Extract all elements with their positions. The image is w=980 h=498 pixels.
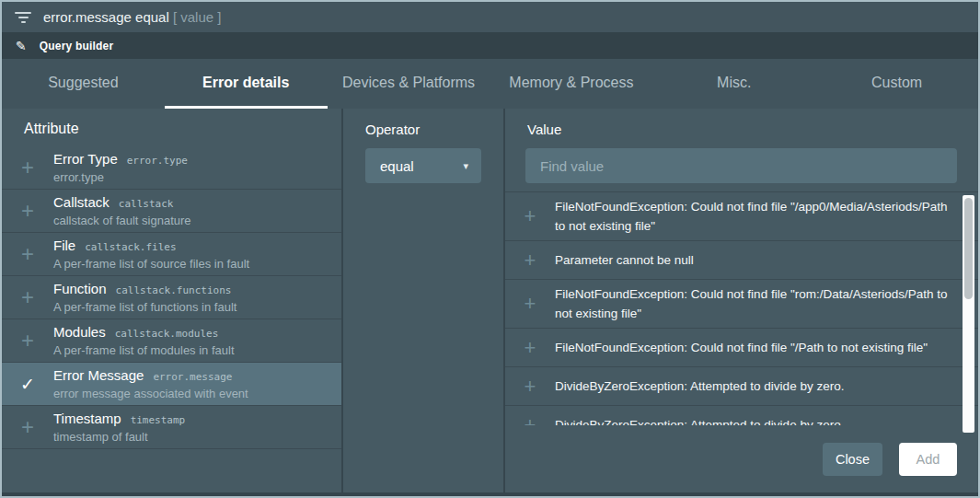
value-text: Parameter cannot be null bbox=[555, 250, 694, 270]
operator-dropdown[interactable]: equal ▾ bbox=[365, 148, 481, 183]
attribute-row[interactable]: +Modulescallstack.modulesA per-frame lis… bbox=[2, 319, 341, 363]
value-row[interactable]: +FileNotFoundException: Could not find f… bbox=[505, 192, 978, 241]
attribute-name: Error Message bbox=[53, 365, 144, 385]
edit-pencil-icon: ✎ bbox=[16, 40, 27, 52]
plus-icon[interactable]: + bbox=[2, 200, 53, 222]
tab-devices-platforms[interactable]: Devices & Platforms bbox=[328, 59, 490, 109]
query-builder-label: Query builder bbox=[40, 40, 114, 52]
attribute-name: Function bbox=[53, 279, 107, 298]
plus-icon[interactable]: + bbox=[505, 206, 555, 226]
attribute-row[interactable]: +Filecallstack.filesA per-frame list of … bbox=[2, 233, 341, 276]
attribute-code: error.type bbox=[127, 155, 188, 167]
query-value-placeholder: [ value ] bbox=[173, 9, 222, 25]
value-text: FileNotFoundException: Could not find fi… bbox=[555, 284, 957, 323]
title-bar: error.message equal [ value ] bbox=[2, 2, 978, 32]
operator-panel: Operator equal ▾ bbox=[343, 109, 505, 492]
attribute-description: error.type bbox=[53, 168, 332, 186]
attribute-name: File bbox=[53, 236, 75, 255]
dialog-footer: Close Add bbox=[505, 425, 978, 492]
scrollbar-thumb[interactable] bbox=[964, 198, 973, 299]
attribute-row-title: Filecallstack.files bbox=[53, 236, 332, 255]
query-summary: error.message equal [ value ] bbox=[43, 9, 221, 25]
attribute-name: Error Type bbox=[53, 149, 118, 168]
attribute-row[interactable]: +Functioncallstack.functionsA per-frame … bbox=[2, 276, 341, 319]
add-button[interactable]: Add bbox=[899, 443, 957, 476]
attribute-name: Callstack bbox=[53, 192, 110, 212]
value-text: FileNotFoundException: Could not find fi… bbox=[555, 338, 928, 357]
attribute-name: Timestamp bbox=[53, 409, 121, 428]
plus-icon[interactable]: + bbox=[2, 243, 53, 265]
plus-icon[interactable]: + bbox=[2, 286, 53, 308]
chevron-down-icon: ▾ bbox=[463, 161, 468, 171]
attribute-row[interactable]: ✓Error Messageerror.messageerror message… bbox=[2, 363, 341, 406]
attribute-panel: Attribute +Error Typeerror.typeerror.typ… bbox=[2, 109, 343, 492]
plus-icon[interactable]: + bbox=[505, 294, 555, 314]
value-panel: Value +FileNotFoundException: Could not … bbox=[505, 109, 978, 492]
attribute-row-title: Callstackcallstack bbox=[53, 192, 332, 212]
attribute-description: A per-frame list of modules in fault bbox=[53, 342, 332, 359]
attribute-row-content: Error Typeerror.typeerror.type bbox=[53, 149, 341, 186]
value-row[interactable]: +Parameter cannot be null bbox=[505, 241, 978, 280]
attribute-row-content: Functioncallstack.functionsA per-frame l… bbox=[53, 279, 341, 316]
value-header: Value bbox=[505, 109, 978, 137]
attribute-description: A per-frame list of functions in fault bbox=[53, 298, 332, 316]
attribute-row[interactable]: +Callstackcallstackcallstack of fault si… bbox=[2, 190, 341, 233]
value-list: +FileNotFoundException: Could not find f… bbox=[505, 191, 978, 425]
query-summary-text: error.message equal bbox=[43, 9, 169, 25]
attribute-description: error message associated with event bbox=[53, 385, 332, 402]
plus-icon[interactable]: + bbox=[505, 415, 555, 426]
plus-icon[interactable]: + bbox=[2, 330, 53, 352]
value-list-scrollbar[interactable] bbox=[963, 195, 974, 433]
attribute-row[interactable]: +Timestamptimestamptimestamp of fault bbox=[2, 406, 341, 449]
operator-selected-value: equal bbox=[380, 158, 414, 174]
plus-icon[interactable]: + bbox=[505, 376, 555, 397]
attribute-row-content: Error Messageerror.messageerror message … bbox=[53, 365, 341, 402]
attribute-row-content: Modulescallstack.modulesA per-frame list… bbox=[53, 322, 341, 359]
value-row[interactable]: +FileNotFoundException: Could not find f… bbox=[505, 329, 978, 367]
attribute-code: callstack bbox=[119, 198, 174, 210]
attribute-description: timestamp of fault bbox=[53, 428, 332, 446]
attribute-row-content: Callstackcallstackcallstack of fault sig… bbox=[53, 192, 341, 229]
query-builder-dialog: error.message equal [ value ] ✎ Query bu… bbox=[0, 0, 980, 498]
value-text: FileNotFoundException: Could not find fi… bbox=[555, 197, 957, 236]
operator-header: Operator bbox=[343, 109, 503, 137]
tab-error-details[interactable]: Error details bbox=[165, 59, 328, 109]
attribute-row-content: Timestamptimestamptimestamp of fault bbox=[53, 409, 341, 446]
attribute-header: Attribute bbox=[2, 109, 341, 146]
value-text: DivideByZeroException: Attempted to divi… bbox=[555, 415, 841, 425]
filter-icon bbox=[15, 12, 31, 23]
builder-content: Attribute +Error Typeerror.typeerror.typ… bbox=[2, 109, 978, 492]
plus-icon[interactable]: + bbox=[2, 416, 53, 438]
attribute-row-content: Filecallstack.filesA per-frame list of s… bbox=[53, 236, 341, 272]
attribute-code: callstack.files bbox=[85, 241, 176, 253]
attribute-row-title: Error Messageerror.message bbox=[53, 365, 332, 385]
plus-icon[interactable]: + bbox=[505, 250, 555, 271]
bottom-edge bbox=[2, 492, 978, 496]
value-row[interactable]: +FileNotFoundException: Could not find f… bbox=[505, 280, 978, 329]
category-tabs: SuggestedError detailsDevices & Platform… bbox=[2, 59, 978, 109]
attribute-code: callstack.functions bbox=[116, 284, 232, 296]
attribute-row-title: Modulescallstack.modules bbox=[53, 322, 332, 342]
tab-custom[interactable]: Custom bbox=[815, 59, 978, 109]
tab-memory-process[interactable]: Memory & Process bbox=[490, 59, 652, 109]
check-icon[interactable]: ✓ bbox=[2, 376, 53, 393]
attribute-row[interactable]: +Error Typeerror.typeerror.type bbox=[2, 146, 341, 190]
attribute-row-title: Functioncallstack.functions bbox=[53, 279, 332, 298]
find-value-input[interactable] bbox=[525, 148, 957, 183]
attribute-code: error.message bbox=[153, 371, 232, 383]
attribute-row-title: Error Typeerror.type bbox=[53, 149, 332, 168]
attribute-description: callstack of fault signature bbox=[53, 212, 332, 229]
plus-icon[interactable]: + bbox=[2, 156, 53, 179]
value-row[interactable]: +DivideByZeroException: Attempted to div… bbox=[505, 367, 978, 406]
tab-suggested[interactable]: Suggested bbox=[2, 59, 165, 109]
query-builder-header: ✎ Query builder bbox=[2, 32, 978, 59]
tab-misc[interactable]: Misc. bbox=[652, 59, 815, 109]
value-row[interactable]: +DivideByZeroException: Attempted to div… bbox=[505, 406, 978, 425]
attribute-list: +Error Typeerror.typeerror.type+Callstac… bbox=[2, 146, 341, 449]
attribute-code: callstack.modules bbox=[115, 328, 219, 340]
attribute-code: timestamp bbox=[131, 414, 186, 426]
close-button[interactable]: Close bbox=[823, 443, 882, 476]
value-text: DivideByZeroException: Attempted to divi… bbox=[555, 376, 844, 396]
plus-icon[interactable]: + bbox=[505, 338, 555, 358]
attribute-row-title: Timestamptimestamp bbox=[53, 409, 332, 428]
